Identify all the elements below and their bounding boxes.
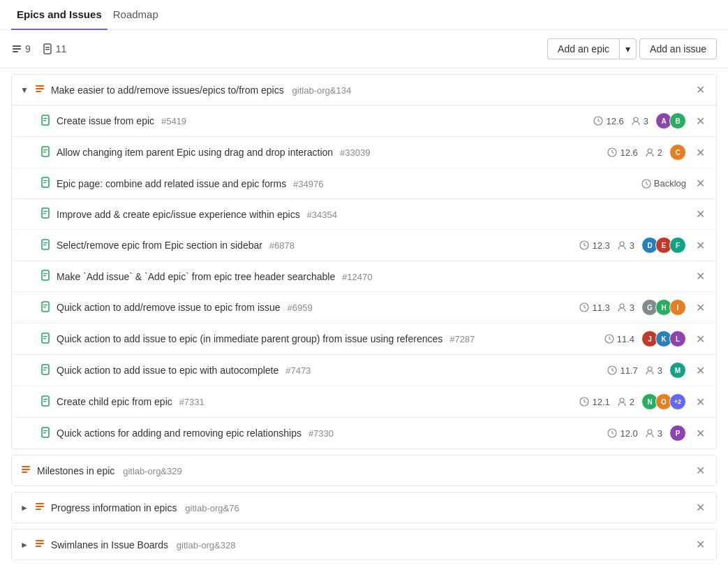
tab-epics-issues[interactable]: Epics and Issues — [11, 0, 107, 30]
issue-close[interactable]: ✕ — [693, 206, 708, 222]
svg-rect-63 — [36, 509, 41, 510]
table-row: Create issue from epic #5419 12.6 3 A — [12, 105, 716, 137]
avatars: P — [669, 425, 686, 441]
table-row: Allow changing item parent Epic using dr… — [12, 137, 716, 168]
table-row: Select/remove epic from Epic section in … — [12, 230, 716, 261]
issue-close[interactable]: ✕ — [693, 363, 708, 379]
assignees-count: 3 — [617, 302, 634, 313]
svg-rect-65 — [36, 543, 44, 544]
epic-count-number: 9 — [25, 43, 31, 54]
add-epic-dropdown-button[interactable]: ▾ — [619, 38, 637, 59]
issue-icon — [40, 333, 51, 346]
issue-title: Improve add & create epic/issue experien… — [57, 209, 688, 220]
toolbar-left: 9 11 — [11, 43, 542, 54]
issue-icon — [40, 301, 51, 314]
epic-close-4[interactable]: ✕ — [693, 536, 708, 553]
epic-svg-icon — [34, 501, 45, 512]
issue-close[interactable]: ✕ — [693, 145, 708, 161]
issue-close[interactable]: ✕ — [693, 331, 708, 347]
issue-title: Epic page: combine add related issue and… — [57, 178, 636, 189]
assignees-count: 3 — [645, 365, 662, 376]
svg-rect-55 — [43, 432, 46, 433]
avatar: L — [669, 330, 686, 347]
toolbar-buttons: Add an epic ▾ Add an issue — [547, 38, 717, 59]
epic-header-3: ► Progress information in epics gitlab-o… — [12, 492, 716, 523]
epic-svg-icon — [34, 83, 45, 94]
issue-icon — [40, 395, 51, 409]
epic-ref-1: gitlab-org&134 — [292, 85, 352, 96]
issue-icon — [40, 177, 51, 190]
svg-rect-60 — [22, 472, 27, 473]
svg-rect-15 — [43, 149, 47, 150]
svg-rect-49 — [43, 399, 47, 400]
svg-rect-66 — [36, 546, 41, 547]
svg-rect-4 — [45, 47, 50, 48]
svg-rect-45 — [43, 370, 46, 370]
issue-icon — [40, 364, 51, 377]
epic-close-1[interactable]: ✕ — [693, 82, 708, 98]
issue-close[interactable]: ✕ — [693, 425, 708, 441]
epic-toggle-1[interactable]: ▼ — [20, 85, 29, 95]
epic-close-3[interactable]: ✕ — [693, 499, 708, 516]
epic-icon-3 — [34, 501, 45, 514]
epic-row-4: ► Swimlanes in Issue Boards gitlab-org&3… — [11, 529, 717, 560]
page-container: Epics and Issues Roadmap 9 11 — [0, 0, 728, 584]
svg-rect-11 — [43, 120, 46, 121]
svg-point-38 — [620, 304, 624, 308]
assignees-count: 2 — [645, 147, 662, 158]
issue-close[interactable]: ✕ — [693, 238, 708, 254]
avatars: G H I — [641, 299, 686, 316]
issue-meta: Backlog ✕ — [641, 175, 708, 191]
svg-rect-0 — [13, 45, 21, 47]
avatar: B — [669, 112, 686, 129]
epic-row-2: Milestones in epic gitlab-org&329 ✕ — [11, 455, 717, 486]
add-epic-button[interactable]: Add an epic — [547, 38, 619, 59]
issue-title: Allow changing item parent Epic using dr… — [57, 147, 602, 158]
svg-point-47 — [648, 367, 652, 371]
avatar: M — [669, 362, 686, 379]
epic-close-2[interactable]: ✕ — [693, 462, 708, 479]
svg-rect-33 — [43, 275, 46, 276]
toolbar: 9 11 Add an epic ▾ Add an issue — [0, 30, 728, 68]
issue-meta: 11.7 3 M ✕ — [607, 362, 708, 379]
epic-header-2: Milestones in epic gitlab-org&329 ✕ — [12, 455, 716, 486]
svg-rect-1 — [13, 48, 21, 50]
issue-title: Quick action to add issue to epic (in im… — [57, 333, 599, 344]
svg-rect-8 — [36, 91, 41, 92]
milestone-badge: 12.6 — [593, 116, 623, 126]
issue-close[interactable]: ✕ — [693, 300, 708, 316]
tab-roadmap[interactable]: Roadmap — [107, 0, 164, 30]
svg-rect-41 — [43, 338, 46, 339]
svg-point-52 — [620, 398, 624, 402]
assignees-count: 3 — [617, 240, 634, 251]
epic-row-3: ► Progress information in epics gitlab-o… — [11, 492, 717, 523]
issue-title: Create issue from epic #5419 — [57, 115, 588, 126]
svg-rect-44 — [43, 367, 47, 368]
epic-row-1: ▼ Make easier to add/remove issues/epics… — [11, 74, 717, 449]
svg-rect-61 — [36, 503, 44, 504]
issue-meta: 11.3 3 G H I ✕ — [579, 299, 708, 316]
svg-rect-54 — [43, 430, 47, 431]
issue-close[interactable]: ✕ — [693, 175, 708, 191]
issue-title: Quick action to add/remove issue to epic… — [57, 302, 574, 313]
table-row: Improve add & create epic/issue experien… — [12, 199, 716, 230]
issue-close[interactable]: ✕ — [693, 113, 708, 129]
svg-rect-59 — [22, 469, 30, 470]
issue-close[interactable]: ✕ — [693, 268, 708, 284]
avatars: J K L — [641, 330, 686, 347]
assignees-count: 3 — [631, 116, 648, 126]
epic-count-icon — [11, 43, 22, 54]
epic-toggle-4[interactable]: ► — [20, 540, 29, 550]
epic-toggle-3[interactable]: ► — [20, 503, 29, 513]
issue-close[interactable]: ✕ — [693, 394, 708, 410]
epic-svg-icon — [34, 538, 45, 549]
milestone-badge: 12.0 — [607, 428, 637, 439]
epic-header-4: ► Swimlanes in Issue Boards gitlab-org&3… — [12, 530, 716, 560]
avatar: C — [669, 144, 686, 161]
table-row: Quick action to add issue to epic with a… — [12, 355, 716, 386]
content-area: ▼ Make easier to add/remove issues/epics… — [0, 68, 728, 571]
add-issue-button[interactable]: Add an issue — [639, 38, 717, 59]
issue-meta: 11.4 J K L ✕ — [604, 330, 708, 347]
milestone-badge: 12.1 — [579, 397, 609, 407]
issue-count: 11 — [42, 43, 67, 54]
